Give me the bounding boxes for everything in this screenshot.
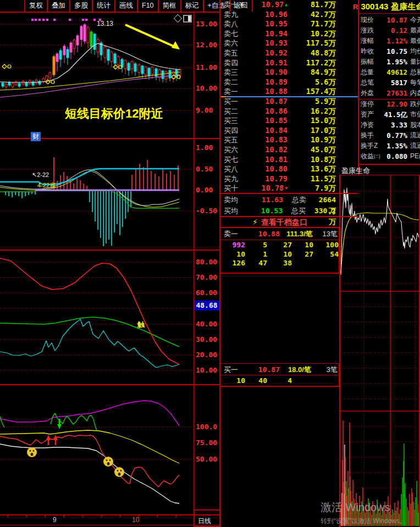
queue-lot: 5: [245, 241, 267, 250]
quote-label-2: 均价: [407, 46, 420, 57]
queue-lot: 54: [313, 250, 339, 259]
quote-label-2: 内盘: [407, 88, 420, 98]
axis-label: 9.00: [196, 106, 221, 114]
orderbook-volume: 10.8万: [288, 155, 358, 165]
avg-row: 买均10.53总买330.2万: [220, 206, 358, 217]
quote-row: 外盘27631内盘: [359, 88, 420, 98]
queue-lot: 4: [267, 376, 292, 386]
orderbook-level-label: 买九: [220, 174, 251, 184]
orderbook-row[interactable]: 买四10.8417.0万: [220, 126, 358, 136]
menu-item-8[interactable]: 标记: [180, 0, 203, 12]
axis-label: 11.00: [196, 63, 221, 71]
queue-lot: 100: [313, 241, 339, 250]
quote-value: 1.12%: [382, 36, 407, 46]
orderbook-row[interactable]: 卖八10.9571.7万: [220, 19, 358, 29]
queue-lot: [313, 376, 339, 386]
panel-divider-3: [0, 384, 219, 385]
orderbook-row[interactable]: 买三10.8515.0万: [220, 116, 358, 126]
orderbook-level-label: 买十: [220, 184, 251, 193]
queue-lot: [313, 259, 339, 268]
axis-label: 30.00: [196, 335, 221, 343]
orderbook-row[interactable]: 买二10.8616.2万: [220, 107, 358, 117]
menu-item-3[interactable]: 多股: [69, 0, 92, 12]
orderbook-level-label: 卖二: [220, 77, 251, 87]
menu-item-4[interactable]: 统计: [92, 0, 114, 12]
quote-label-2: 市值: [407, 109, 420, 120]
orderbook-row[interactable]: 卖二10.895.6万: [220, 77, 358, 87]
axis-label: 50.00: [196, 455, 221, 463]
orderbook-row[interactable]: 卖七10.9410.2万: [220, 29, 358, 39]
period-label[interactable]: 日线: [198, 517, 211, 526]
cursor-yen-icon: ¥: [240, 1, 244, 9]
orderbook-level-label: 买四: [220, 126, 251, 136]
indicator-tag[interactable]: 财: [31, 132, 41, 141]
panel-divider-2: [0, 249, 219, 251]
quote-row: 换手Z1.35%流通: [359, 141, 420, 151]
menu-item-1[interactable]: 复权: [24, 0, 47, 12]
quote-label-2: 量比: [407, 57, 420, 67]
menu-item-7[interactable]: 简框: [158, 0, 180, 12]
orderbook-row[interactable]: 买五10.8310.9万: [220, 135, 358, 145]
orderbook-level-label: 卖六: [220, 38, 251, 48]
diamond-icon[interactable]: [174, 14, 183, 23]
orderbook-row[interactable]: 买一10.875.9万: [220, 97, 358, 107]
orderbook-row[interactable]: 买六10.8245.0万: [220, 145, 358, 155]
annotation-top: ↖2-22: [32, 171, 49, 179]
buy-queue-per: 18.0/笔: [280, 365, 319, 374]
orderbook-row[interactable]: 买十10.78▼7.9万: [220, 184, 358, 193]
quote-row: 涨幅1.12%最低: [359, 36, 420, 46]
split-window-icon[interactable]: [183, 15, 192, 23]
quote-label-2: 流通: [407, 141, 420, 151]
orderbook-row[interactable]: 卖一10.88157.4万: [220, 87, 358, 97]
orderbook-price: 10.91: [251, 58, 288, 68]
quote-label: 总笔: [359, 77, 382, 88]
orderbook-row[interactable]: 卖三10.9084.9万: [220, 68, 358, 77]
menu-item-5[interactable]: 画线: [114, 0, 137, 12]
quote-label: 现价: [359, 15, 382, 25]
orderbook-volume: 10.9万: [288, 135, 358, 145]
orderbook-price: 10.97▲: [251, 0, 288, 10]
axis-label: 75.00: [196, 439, 221, 447]
month-label-9: 9: [53, 516, 57, 524]
buy-box-top: [220, 363, 339, 364]
month-label-10: 10: [132, 516, 139, 524]
orderbook-price: 10.84: [251, 126, 288, 136]
orderbook-volume: 71.7万: [288, 19, 358, 29]
orderbook-price: 10.90: [251, 68, 288, 77]
orderbook-row[interactable]: 卖十¥10.97▲81.7万: [220, 0, 358, 10]
quote-row: 涨停12.90跌停: [359, 99, 420, 109]
orderbook-level-label: 卖一: [220, 87, 251, 97]
quote-label: 总量: [359, 67, 382, 77]
stock-header[interactable]: R300143盈康生命: [353, 2, 420, 12]
quote-label-2: 总额: [407, 67, 420, 77]
orderbook-level-label: 卖十¥: [220, 0, 251, 10]
menu-divider: [0, 12, 220, 13]
stock-terminal: 复权叠加多股统计画线F10简框标记+自选返回 卖十¥10.97▲81.7万卖九1…: [0, 0, 420, 527]
orderbook-row[interactable]: 买九10.7911.5万: [220, 174, 358, 184]
intraday-title: 盈康生命: [341, 166, 370, 176]
quote-label-2: PE(动: [407, 151, 420, 162]
quote-label: 昨收: [359, 46, 382, 57]
orderbook-row[interactable]: 卖九10.9642.7万: [220, 10, 358, 20]
sell-queue-count: 13笔: [319, 229, 339, 238]
tick-depth-link[interactable]: ⚡查看千档盘口: [220, 218, 339, 228]
axis-label: 60.00: [196, 289, 221, 297]
quote-value: 12.90: [382, 99, 407, 109]
orderbook-level-label: 卖五: [220, 48, 251, 58]
top-menu: 复权叠加多股统计画线F10简框标记+自选返回: [24, 0, 253, 12]
axis-label: 10.00: [196, 366, 221, 374]
orderbook-row[interactable]: 卖五10.9248.8万: [220, 48, 358, 58]
orderbook-price: 10.83: [251, 135, 288, 145]
menu-item-2[interactable]: 叠加: [47, 0, 69, 12]
axis-label: 70.00: [196, 273, 221, 281]
orderbook-row[interactable]: 买八10.8013.6万: [220, 164, 358, 174]
orderbook-row[interactable]: 卖六10.93117.5万: [220, 38, 358, 48]
menu-item-6[interactable]: F10: [137, 0, 158, 12]
orderbook-row[interactable]: 卖四10.91117.2万: [220, 58, 358, 68]
stock-code: 300143: [361, 2, 388, 11]
orderbook-row[interactable]: 买七10.8110.8万: [220, 155, 358, 165]
avg-row: 卖均11.63总卖2664万: [220, 195, 358, 206]
rights-marker: R: [353, 3, 358, 11]
orderbook-volume: 84.9万: [288, 68, 358, 77]
quote-row: 收益㈡0.080PE(动: [359, 151, 420, 162]
